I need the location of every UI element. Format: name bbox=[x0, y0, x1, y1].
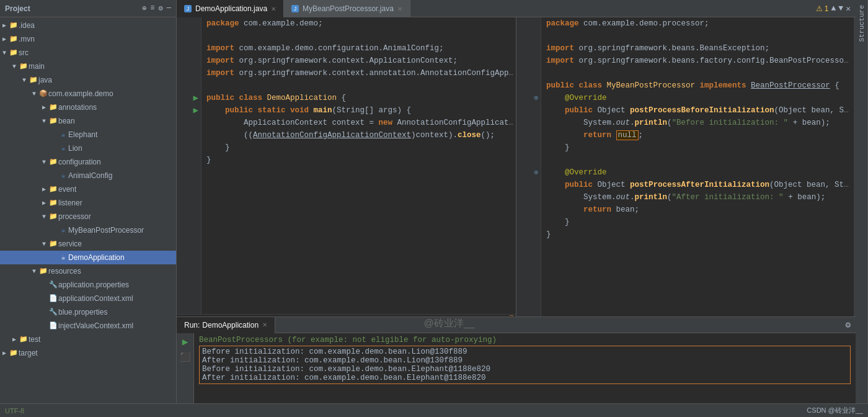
tree-item-label: DemoApplication bbox=[68, 253, 125, 262]
tree-item-inject_ctx[interactable]: 📄injectValueContext.xml bbox=[0, 319, 176, 333]
tree-item-icon: ☕ bbox=[58, 144, 68, 153]
gear-icon[interactable]: ⚙ bbox=[159, 4, 163, 13]
java-file-icon2: J bbox=[291, 5, 299, 12]
editor1-gutter: ▶ ▶ bbox=[177, 17, 202, 314]
tree-item-target[interactable]: ▶📁target bbox=[0, 346, 176, 360]
tree-item-label: bean bbox=[58, 117, 75, 125]
tree-item-service[interactable]: ▼📁service bbox=[0, 237, 176, 251]
tree-item-mybeanpostprocessor[interactable]: ☕MyBeanPostProcessor bbox=[0, 223, 176, 237]
tree-item-label: annotations bbox=[58, 103, 97, 112]
tree-arrow: ▶ bbox=[0, 22, 9, 29]
tree-item-mvn[interactable]: ▶📁.mvn bbox=[0, 32, 176, 46]
code-line: } bbox=[206, 154, 513, 166]
tab-demoapplication-close[interactable]: ✕ bbox=[271, 6, 276, 12]
code-line: @Override bbox=[546, 166, 849, 179]
tree-item-java[interactable]: ▼📁java bbox=[0, 73, 176, 87]
nav-prev-icon[interactable]: ▲ bbox=[831, 4, 836, 13]
editor-pane-2: ⊙ ⊙ bbox=[516, 17, 856, 316]
tree-item-lion[interactable]: ☕Lion bbox=[0, 141, 176, 155]
collapse-icon[interactable]: ≡ bbox=[150, 4, 154, 13]
tab-mybeanpostprocessor-close[interactable]: ✕ bbox=[397, 6, 402, 12]
tree-item-com_example_demo[interactable]: ▼📦com.example.demo bbox=[0, 87, 176, 101]
tree-item-icon: 📁 bbox=[48, 158, 58, 166]
editors-split: ▶ ▶ package com.example.demo; bbox=[177, 17, 856, 316]
sync-icon[interactable]: ⊕ bbox=[142, 4, 146, 13]
tree-item-blue_props[interactable]: 🔧blue.properties bbox=[0, 305, 176, 319]
code-line: } bbox=[546, 216, 849, 228]
tree-arrow: ▶ bbox=[40, 199, 48, 207]
tree-item-event[interactable]: ▶📁event bbox=[0, 182, 176, 196]
minimize-icon[interactable]: — bbox=[167, 4, 171, 13]
output-line-4: After initialization: com.example.demo.b… bbox=[202, 374, 848, 382]
run-tab-label: Run: bbox=[184, 321, 200, 330]
tree-item-icon: 📄 bbox=[48, 294, 58, 303]
tree-item-elephant[interactable]: ☕Elephant bbox=[0, 128, 176, 141]
status-right: CSDN @砖业洋__ bbox=[807, 406, 863, 415]
run-stop-icon[interactable]: ⬛ bbox=[180, 352, 190, 362]
editor1-bottom-icon: — bbox=[510, 312, 513, 316]
tree-item-icon: 📁 bbox=[48, 117, 58, 125]
tree-item-app_props[interactable]: 🔧application.properties bbox=[0, 278, 176, 292]
status-bar: UTF-8 CSDN @砖业洋__ bbox=[0, 403, 868, 417]
code-line bbox=[206, 30, 513, 42]
nav-next-icon[interactable]: ▼ bbox=[838, 4, 843, 13]
tree-arrow: ▼ bbox=[30, 91, 38, 97]
code-line: package com.example.demo.processor; bbox=[546, 17, 849, 30]
code-line-highlighted: return null; bbox=[546, 129, 849, 141]
tree-item-processor[interactable]: ▼📁processor bbox=[0, 210, 176, 223]
tree-item-label: listener bbox=[58, 199, 82, 207]
tree-item-label: Elephant bbox=[68, 130, 97, 139]
tab-demoapplication-label: DemoApplication.java bbox=[195, 4, 267, 13]
close-editor-icon[interactable]: ✕ bbox=[846, 4, 851, 14]
editors-area: J DemoApplication.java ✕ J MyBeanPostPro… bbox=[177, 0, 856, 403]
tree-item-icon: 🔧 bbox=[48, 280, 58, 289]
tree-arrow: ▼ bbox=[20, 77, 29, 84]
tree-arrow: ▼ bbox=[40, 241, 48, 248]
tree-item-icon: 📁 bbox=[48, 103, 58, 112]
tree-item-label: java bbox=[38, 76, 52, 84]
status-left: UTF-8 bbox=[5, 407, 24, 415]
tab-demoapplication[interactable]: J DemoApplication.java ✕ bbox=[177, 0, 284, 17]
tree-arrow: ▶ bbox=[40, 186, 48, 193]
code-line: import org.springframework.beans.BeansEx… bbox=[546, 42, 849, 55]
output-line-1: Before initialization: com.example.demo.… bbox=[202, 348, 848, 356]
tree-item-label: .mvn bbox=[19, 35, 35, 43]
tree-item-icon: 📦 bbox=[38, 89, 48, 98]
code-line: ApplicationContext context = new Annotat… bbox=[206, 117, 513, 129]
tree-item-idea[interactable]: ▶📁.idea bbox=[0, 19, 176, 32]
tab-mybeanpostprocessor[interactable]: J MyBeanPostProcessor.java ✕ bbox=[284, 0, 410, 17]
tree-item-animalconfig[interactable]: ☕AnimalConfig bbox=[0, 169, 176, 182]
tree-item-demoapplication[interactable]: ☕DemoApplication bbox=[0, 251, 176, 264]
settings-icon[interactable]: ⚙ bbox=[846, 320, 851, 330]
tree-arrow: ▼ bbox=[40, 118, 48, 125]
tree-item-src[interactable]: ▼📁src bbox=[0, 46, 176, 60]
tree-arrow: ▼ bbox=[30, 268, 38, 275]
run-tabs: Run: DemoApplication ✕ ⚙ bbox=[177, 317, 856, 333]
run-play-icon[interactable]: ▶ bbox=[182, 336, 188, 348]
tree-arrow: ▶ bbox=[0, 35, 9, 43]
tree-item-listener[interactable]: ▶📁listener bbox=[0, 196, 176, 210]
tree-item-label: target bbox=[19, 349, 38, 357]
tree-item-bean[interactable]: ▼📁bean bbox=[0, 114, 176, 128]
run-tab-close[interactable]: ✕ bbox=[262, 321, 267, 328]
editor1-content[interactable]: ▶ ▶ package com.example.demo; bbox=[177, 17, 516, 314]
tree-item-test[interactable]: ▶📁test bbox=[0, 333, 176, 346]
tree-item-app_ctx[interactable]: 📄applicationContext.xml bbox=[0, 292, 176, 305]
editor2-content[interactable]: ⊙ ⊙ bbox=[516, 17, 856, 316]
run-tab[interactable]: Run: DemoApplication ✕ bbox=[177, 317, 275, 333]
tree-item-icon: ☕ bbox=[58, 226, 68, 235]
tree-arrow: ▶ bbox=[0, 349, 9, 357]
warning-indicator[interactable]: ⚠ 1 bbox=[816, 4, 829, 13]
tree-item-configuration[interactable]: ▼📁configuration bbox=[0, 155, 176, 169]
tree-item-icon: 📁 bbox=[48, 199, 58, 207]
tree-item-label: blue.properties bbox=[58, 308, 107, 316]
tree-item-label: com.example.demo bbox=[48, 89, 113, 98]
run-gutter-icon[interactable]: ▶ bbox=[193, 92, 198, 104]
tree-item-resources[interactable]: ▼📁resources bbox=[0, 264, 176, 278]
tree-item-main[interactable]: ▼📁main bbox=[0, 60, 176, 73]
structure-icon[interactable]: Structure bbox=[857, 2, 867, 44]
tree-item-annotations[interactable]: ▶📁annotations bbox=[0, 101, 176, 114]
run-gutter-icon2[interactable]: ▶ bbox=[193, 104, 198, 117]
tree-item-label: Lion bbox=[68, 144, 82, 153]
code-line bbox=[546, 154, 849, 166]
